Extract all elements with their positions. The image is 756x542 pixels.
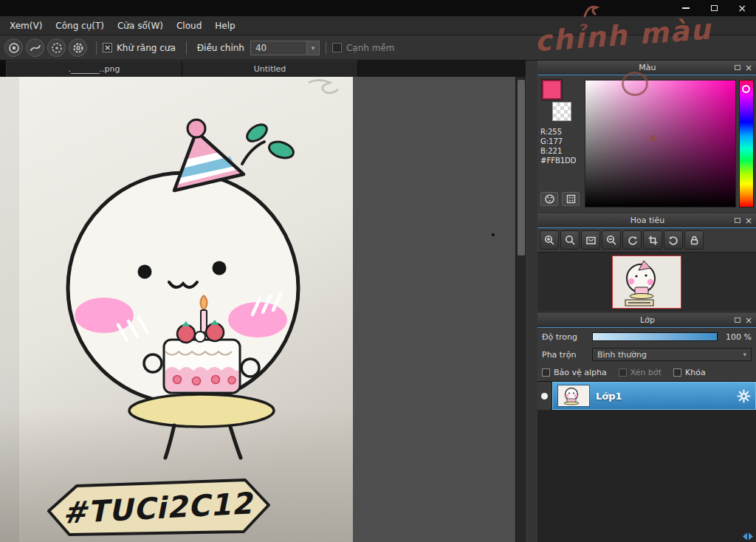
tab-png-file[interactable]: ._______..png — [7, 61, 182, 77]
palette-grid-button[interactable] — [562, 192, 580, 206]
hue-marker[interactable] — [742, 85, 750, 93]
toolbar-separator — [186, 41, 187, 55]
layer-panel: Lớp × Độ trong 100 % Pha trộn Bình thườn… — [537, 313, 756, 542]
rgb-red-value: R:255 — [540, 127, 582, 137]
stabilizer-button[interactable] — [26, 38, 44, 57]
opacity-label: Độ trong — [542, 332, 588, 342]
layer-thumbnail — [557, 385, 590, 407]
minimize-icon — [682, 7, 690, 9]
popout-icon[interactable] — [735, 65, 740, 70]
zoom-reset-button[interactable] — [560, 230, 580, 250]
panel-close-icon[interactable]: × — [745, 64, 752, 72]
palette-button[interactable] — [540, 192, 558, 206]
palette-icon — [544, 193, 555, 205]
adjust-value-dropdown[interactable]: 40 ▾ — [250, 41, 320, 55]
popout-icon[interactable] — [735, 318, 740, 323]
menu-cloud[interactable]: Cloud — [170, 21, 208, 31]
zoom-out-button[interactable] — [602, 230, 621, 250]
canvas-wrap: #TUCi2C12 — [0, 77, 526, 542]
zoom-out-icon — [606, 235, 617, 246]
toolbar-separator — [326, 41, 326, 55]
navigator-panel: Hoa tiêu × — [537, 213, 756, 312]
tab-untitled[interactable]: Untitled — [182, 61, 358, 77]
maximize-button[interactable] — [700, 0, 728, 16]
opacity-value: 100 % — [722, 332, 752, 342]
foreground-color-swatch[interactable] — [542, 80, 562, 100]
soft-edge-label: Cạnh mềm — [346, 43, 395, 53]
color-panel-body: R:255 G:177 B:221 #FFB1DD — [537, 75, 756, 212]
layer-panel-title: Lớp — [541, 315, 735, 325]
navigator-panel-title: Hoa tiêu — [541, 216, 735, 225]
protect-alpha-checkbox[interactable] — [542, 368, 550, 377]
canvas-vertical-scrollbar[interactable] — [515, 77, 526, 542]
navigator-preview-area — [537, 252, 756, 312]
layer-list-empty-area[interactable] — [537, 410, 756, 542]
opacity-slider[interactable] — [592, 332, 718, 341]
close-icon: × — [738, 2, 746, 14]
toolbar: × Khử răng cưa Điều chỉnh 40 ▾ Cạnh mềm — [0, 35, 756, 61]
antialias-checkbox[interactable]: × — [103, 43, 112, 52]
close-button[interactable]: × — [728, 0, 756, 16]
layer-list: Lớp1 — [537, 381, 756, 542]
rotate-left-button[interactable] — [622, 230, 642, 250]
canvas-viewport[interactable]: #TUCi2C12 — [0, 77, 515, 542]
palette-buttons — [540, 192, 582, 207]
rgb-blue-value: B:221 — [540, 146, 582, 156]
gear-icon — [72, 42, 84, 54]
titlebar: × — [0, 0, 756, 16]
minimize-button[interactable] — [672, 0, 700, 16]
settings-button[interactable] — [69, 38, 87, 57]
hue-slider[interactable] — [739, 80, 754, 207]
palette-grid-icon — [566, 193, 577, 205]
navigator-thumbnail[interactable] — [612, 255, 681, 309]
rotate-right-button[interactable] — [664, 230, 683, 250]
clipping-checkbox[interactable] — [619, 368, 627, 377]
brush-target-button[interactable] — [4, 38, 23, 57]
layer-row-selected[interactable]: Lớp1 — [552, 382, 756, 410]
app-window: × Xem(V) Công cụ(T) Cửa sổ(W) Cloud Help… — [0, 0, 756, 542]
layer-options-row: Bảo vệ alpha Xén bớt Khóa — [537, 363, 756, 381]
dashed-circle-icon — [51, 42, 63, 54]
layer-visibility-toggle[interactable] — [537, 382, 552, 410]
layer-name: Lớp1 — [596, 391, 731, 402]
lock-button[interactable] — [684, 230, 704, 250]
navigator-toolbar — [537, 228, 756, 252]
document-tabbar: ._______..png Untitled — [0, 61, 526, 77]
blend-mode-dropdown[interactable]: Bình thường ▾ — [592, 348, 752, 361]
crop-button[interactable] — [643, 230, 662, 250]
menu-tools[interactable]: Công cụ(T) — [49, 21, 111, 31]
popout-icon[interactable] — [735, 218, 740, 223]
blend-row: Pha trộn Bình thường ▾ — [537, 346, 756, 363]
opacity-row: Độ trong 100 % — [537, 328, 756, 346]
clipping-label: Xén bớt — [630, 368, 662, 377]
layer-row[interactable]: Lớp1 — [537, 382, 756, 410]
navigator-thumbnail-image — [613, 256, 681, 308]
double-arrow-icon — [742, 532, 754, 541]
canvas-column: ._______..png Untitled — [0, 61, 526, 542]
tab-label: ._______..png — [69, 64, 120, 74]
panel-resize-button[interactable] — [742, 532, 754, 541]
soft-edge-checkbox[interactable] — [332, 43, 342, 52]
panel-close-icon[interactable]: × — [745, 216, 752, 225]
navigator-panel-header: Hoa tiêu × — [537, 213, 756, 228]
tab-scroll-stub[interactable] — [0, 61, 7, 77]
panel-close-icon[interactable]: × — [745, 316, 752, 325]
scrollbar-thumb[interactable] — [518, 80, 525, 255]
chevron-down-icon: ▾ — [738, 351, 751, 358]
saturation-value-picker[interactable] — [585, 80, 736, 207]
lock-checkbox[interactable] — [673, 368, 681, 377]
zoom-in-button[interactable] — [540, 230, 559, 250]
maximize-icon — [711, 5, 718, 11]
menu-window[interactable]: Cửa sổ(W) — [111, 21, 170, 31]
layer-panel-header: Lớp × — [537, 313, 756, 328]
crop-icon — [647, 235, 659, 246]
layer-settings-gear-icon[interactable] — [737, 389, 751, 403]
menu-view[interactable]: Xem(V) — [3, 21, 49, 31]
menu-help[interactable]: Help — [208, 21, 241, 31]
protect-alpha-label: Bảo vệ alpha — [554, 368, 607, 377]
selection-options-button[interactable] — [47, 38, 66, 57]
rgb-green-value: G:177 — [540, 137, 582, 146]
fit-window-button[interactable] — [581, 230, 600, 250]
color-info-column: R:255 G:177 B:221 #FFB1DD — [540, 80, 582, 207]
background-color-swatch[interactable] — [552, 102, 571, 121]
